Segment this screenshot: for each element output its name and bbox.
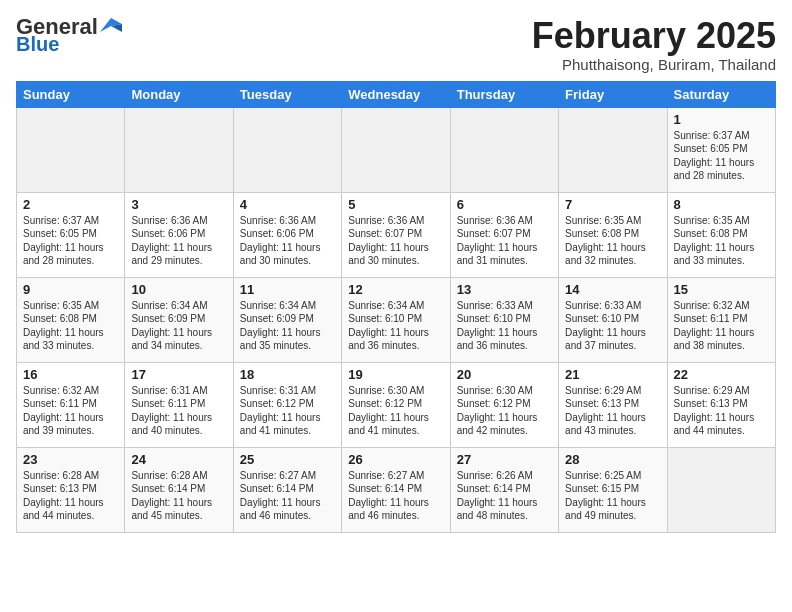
calendar-cell: 10Sunrise: 6:34 AM Sunset: 6:09 PM Dayli… xyxy=(125,277,233,362)
calendar-cell: 14Sunrise: 6:33 AM Sunset: 6:10 PM Dayli… xyxy=(559,277,667,362)
weekday-header-wednesday: Wednesday xyxy=(342,81,450,107)
calendar-cell: 6Sunrise: 6:36 AM Sunset: 6:07 PM Daylig… xyxy=(450,192,558,277)
day-info: Sunrise: 6:37 AM Sunset: 6:05 PM Dayligh… xyxy=(23,214,118,268)
calendar-cell xyxy=(450,107,558,192)
day-info: Sunrise: 6:33 AM Sunset: 6:10 PM Dayligh… xyxy=(565,299,660,353)
day-number: 23 xyxy=(23,452,118,467)
day-number: 22 xyxy=(674,367,769,382)
calendar-cell: 5Sunrise: 6:36 AM Sunset: 6:07 PM Daylig… xyxy=(342,192,450,277)
calendar-cell xyxy=(233,107,341,192)
day-info: Sunrise: 6:30 AM Sunset: 6:12 PM Dayligh… xyxy=(457,384,552,438)
weekday-header-saturday: Saturday xyxy=(667,81,775,107)
day-info: Sunrise: 6:28 AM Sunset: 6:14 PM Dayligh… xyxy=(131,469,226,523)
calendar-cell: 24Sunrise: 6:28 AM Sunset: 6:14 PM Dayli… xyxy=(125,447,233,532)
day-info: Sunrise: 6:31 AM Sunset: 6:11 PM Dayligh… xyxy=(131,384,226,438)
weekday-header-monday: Monday xyxy=(125,81,233,107)
calendar-cell: 8Sunrise: 6:35 AM Sunset: 6:08 PM Daylig… xyxy=(667,192,775,277)
calendar-cell: 17Sunrise: 6:31 AM Sunset: 6:11 PM Dayli… xyxy=(125,362,233,447)
day-number: 10 xyxy=(131,282,226,297)
calendar-cell: 27Sunrise: 6:26 AM Sunset: 6:14 PM Dayli… xyxy=(450,447,558,532)
day-info: Sunrise: 6:32 AM Sunset: 6:11 PM Dayligh… xyxy=(23,384,118,438)
day-info: Sunrise: 6:28 AM Sunset: 6:13 PM Dayligh… xyxy=(23,469,118,523)
day-number: 18 xyxy=(240,367,335,382)
calendar-cell: 25Sunrise: 6:27 AM Sunset: 6:14 PM Dayli… xyxy=(233,447,341,532)
calendar-cell: 15Sunrise: 6:32 AM Sunset: 6:11 PM Dayli… xyxy=(667,277,775,362)
calendar-cell: 7Sunrise: 6:35 AM Sunset: 6:08 PM Daylig… xyxy=(559,192,667,277)
logo-blue: Blue xyxy=(16,34,59,54)
weekday-header-tuesday: Tuesday xyxy=(233,81,341,107)
day-info: Sunrise: 6:30 AM Sunset: 6:12 PM Dayligh… xyxy=(348,384,443,438)
day-number: 7 xyxy=(565,197,660,212)
day-info: Sunrise: 6:26 AM Sunset: 6:14 PM Dayligh… xyxy=(457,469,552,523)
calendar-week-row: 2Sunrise: 6:37 AM Sunset: 6:05 PM Daylig… xyxy=(17,192,776,277)
day-number: 8 xyxy=(674,197,769,212)
day-number: 13 xyxy=(457,282,552,297)
logo: General Blue xyxy=(16,16,122,54)
day-number: 24 xyxy=(131,452,226,467)
day-info: Sunrise: 6:27 AM Sunset: 6:14 PM Dayligh… xyxy=(348,469,443,523)
day-info: Sunrise: 6:35 AM Sunset: 6:08 PM Dayligh… xyxy=(23,299,118,353)
calendar-cell: 20Sunrise: 6:30 AM Sunset: 6:12 PM Dayli… xyxy=(450,362,558,447)
calendar-week-row: 16Sunrise: 6:32 AM Sunset: 6:11 PM Dayli… xyxy=(17,362,776,447)
calendar-cell: 3Sunrise: 6:36 AM Sunset: 6:06 PM Daylig… xyxy=(125,192,233,277)
day-number: 21 xyxy=(565,367,660,382)
day-number: 16 xyxy=(23,367,118,382)
day-number: 2 xyxy=(23,197,118,212)
day-number: 4 xyxy=(240,197,335,212)
weekday-header-friday: Friday xyxy=(559,81,667,107)
month-title: February 2025 xyxy=(532,16,776,56)
day-number: 14 xyxy=(565,282,660,297)
day-info: Sunrise: 6:36 AM Sunset: 6:06 PM Dayligh… xyxy=(131,214,226,268)
weekday-header-thursday: Thursday xyxy=(450,81,558,107)
calendar-cell: 16Sunrise: 6:32 AM Sunset: 6:11 PM Dayli… xyxy=(17,362,125,447)
day-info: Sunrise: 6:33 AM Sunset: 6:10 PM Dayligh… xyxy=(457,299,552,353)
calendar-cell: 4Sunrise: 6:36 AM Sunset: 6:06 PM Daylig… xyxy=(233,192,341,277)
calendar-cell: 12Sunrise: 6:34 AM Sunset: 6:10 PM Dayli… xyxy=(342,277,450,362)
weekday-header-sunday: Sunday xyxy=(17,81,125,107)
day-info: Sunrise: 6:37 AM Sunset: 6:05 PM Dayligh… xyxy=(674,129,769,183)
calendar-cell: 1Sunrise: 6:37 AM Sunset: 6:05 PM Daylig… xyxy=(667,107,775,192)
day-number: 17 xyxy=(131,367,226,382)
day-info: Sunrise: 6:34 AM Sunset: 6:09 PM Dayligh… xyxy=(240,299,335,353)
day-number: 6 xyxy=(457,197,552,212)
day-info: Sunrise: 6:32 AM Sunset: 6:11 PM Dayligh… xyxy=(674,299,769,353)
calendar-cell xyxy=(17,107,125,192)
calendar-week-row: 9Sunrise: 6:35 AM Sunset: 6:08 PM Daylig… xyxy=(17,277,776,362)
day-number: 20 xyxy=(457,367,552,382)
title-area: February 2025 Phutthaisong, Buriram, Tha… xyxy=(532,16,776,73)
calendar-cell: 26Sunrise: 6:27 AM Sunset: 6:14 PM Dayli… xyxy=(342,447,450,532)
day-info: Sunrise: 6:29 AM Sunset: 6:13 PM Dayligh… xyxy=(674,384,769,438)
day-info: Sunrise: 6:35 AM Sunset: 6:08 PM Dayligh… xyxy=(565,214,660,268)
calendar-cell: 11Sunrise: 6:34 AM Sunset: 6:09 PM Dayli… xyxy=(233,277,341,362)
day-info: Sunrise: 6:34 AM Sunset: 6:10 PM Dayligh… xyxy=(348,299,443,353)
day-number: 1 xyxy=(674,112,769,127)
day-info: Sunrise: 6:29 AM Sunset: 6:13 PM Dayligh… xyxy=(565,384,660,438)
day-number: 9 xyxy=(23,282,118,297)
calendar-cell: 18Sunrise: 6:31 AM Sunset: 6:12 PM Dayli… xyxy=(233,362,341,447)
day-info: Sunrise: 6:27 AM Sunset: 6:14 PM Dayligh… xyxy=(240,469,335,523)
calendar-table: SundayMondayTuesdayWednesdayThursdayFrid… xyxy=(16,81,776,533)
day-info: Sunrise: 6:31 AM Sunset: 6:12 PM Dayligh… xyxy=(240,384,335,438)
calendar-cell: 19Sunrise: 6:30 AM Sunset: 6:12 PM Dayli… xyxy=(342,362,450,447)
day-info: Sunrise: 6:35 AM Sunset: 6:08 PM Dayligh… xyxy=(674,214,769,268)
day-info: Sunrise: 6:36 AM Sunset: 6:07 PM Dayligh… xyxy=(457,214,552,268)
page-header: General Blue February 2025 Phutthaisong,… xyxy=(16,16,776,73)
logo-bird-icon xyxy=(100,18,122,32)
day-info: Sunrise: 6:34 AM Sunset: 6:09 PM Dayligh… xyxy=(131,299,226,353)
day-number: 15 xyxy=(674,282,769,297)
day-number: 12 xyxy=(348,282,443,297)
day-number: 25 xyxy=(240,452,335,467)
calendar-week-row: 1Sunrise: 6:37 AM Sunset: 6:05 PM Daylig… xyxy=(17,107,776,192)
calendar-week-row: 23Sunrise: 6:28 AM Sunset: 6:13 PM Dayli… xyxy=(17,447,776,532)
day-number: 11 xyxy=(240,282,335,297)
weekday-header-row: SundayMondayTuesdayWednesdayThursdayFrid… xyxy=(17,81,776,107)
day-number: 27 xyxy=(457,452,552,467)
calendar-cell xyxy=(125,107,233,192)
calendar-cell: 9Sunrise: 6:35 AM Sunset: 6:08 PM Daylig… xyxy=(17,277,125,362)
day-info: Sunrise: 6:25 AM Sunset: 6:15 PM Dayligh… xyxy=(565,469,660,523)
day-number: 19 xyxy=(348,367,443,382)
calendar-cell xyxy=(667,447,775,532)
calendar-cell xyxy=(342,107,450,192)
calendar-cell: 23Sunrise: 6:28 AM Sunset: 6:13 PM Dayli… xyxy=(17,447,125,532)
day-number: 5 xyxy=(348,197,443,212)
